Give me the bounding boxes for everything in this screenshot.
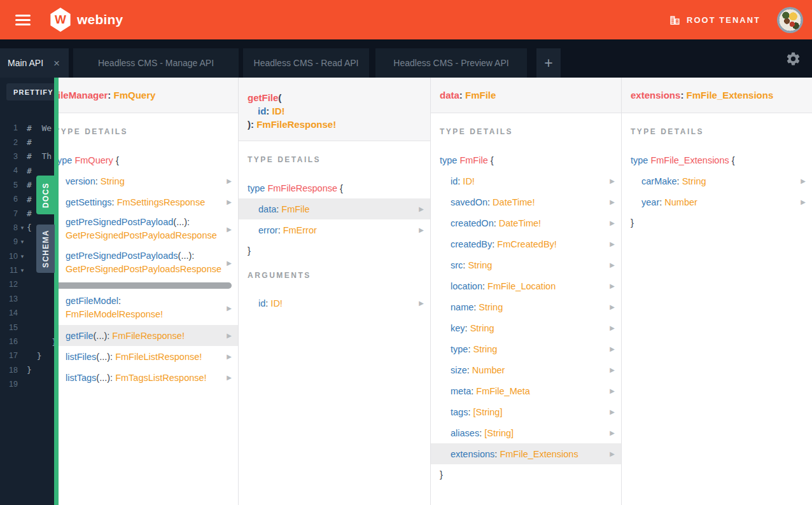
doc-field-text: getFileModel:FmFileModelResponse! — [66, 291, 163, 325]
code-token: { — [340, 183, 343, 193]
doc-field-row[interactable]: getFile(...): FmFileResponse!▶ — [59, 325, 238, 346]
line-number: 9 — [0, 237, 18, 246]
code-token: : — [677, 176, 682, 186]
code-token: createdBy — [451, 239, 492, 249]
line-number: 19 — [0, 380, 18, 389]
prettify-button[interactable]: PRETTIFY — [6, 83, 59, 100]
plus-icon: + — [544, 55, 552, 72]
doc-field-row[interactable]: createdBy: FmCreatedBy!▶ — [431, 233, 621, 254]
code-token: : — [459, 90, 465, 100]
doc-field-row[interactable]: data: FmFile▶ — [239, 198, 430, 219]
code-token: : — [110, 352, 115, 362]
row-expand-icon: ▶ — [221, 374, 232, 381]
code-token: FmFile_Location — [487, 281, 556, 291]
line-number: 16 — [0, 337, 18, 346]
code-token: ( — [278, 92, 281, 103]
code-token: : — [278, 225, 283, 235]
code-token: GetPreSignedPostPayloadResponse — [66, 230, 217, 240]
doc-field-row[interactable]: key: String▶ — [431, 317, 621, 338]
code-token: id — [258, 106, 266, 116]
doc-field-row[interactable]: getPreSignedPostPayload(...):GetPreSigne… — [59, 212, 238, 246]
code-token: : — [112, 197, 117, 207]
tab-main-api[interactable]: Main API× — [0, 48, 69, 78]
doc-field-row[interactable]: version: String▶ — [59, 170, 238, 191]
avatar[interactable] — [777, 7, 803, 33]
line-number: 7 — [0, 209, 18, 218]
line-number: 4 — [0, 166, 18, 175]
doc-field-row[interactable]: type: String▶ — [431, 338, 621, 359]
docs-panel: fileManager: FmQueryTYPE DETAILStype FmQ… — [59, 78, 812, 505]
doc-field-row[interactable]: savedOn: DateTime!▶ — [431, 191, 621, 212]
tab-label: Main API — [8, 58, 43, 68]
doc-title-line: ): FmFileResponse! — [248, 118, 421, 131]
code-token: year — [641, 197, 659, 207]
query-editor[interactable]: PRETTIFY 1# We2#3# Th4#5#6#7#8▾{9▾10▾11▾… — [0, 78, 59, 505]
doc-field-row[interactable]: src: String▶ — [431, 254, 621, 275]
doc-field-row[interactable]: error: FmError▶ — [239, 219, 430, 240]
tab-label: Headless CMS - Manage API — [98, 58, 214, 68]
code-token: listTags — [66, 373, 96, 383]
code-token: data — [258, 204, 276, 214]
doc-field-row[interactable]: listFiles(...): FmFileListResponse!▶ — [59, 346, 238, 367]
line-number: 3 — [0, 152, 18, 161]
doc-field-row[interactable]: aliases: [String]▶ — [431, 422, 621, 443]
tab-headless-cms-manage-api[interactable]: Headless CMS - Manage API — [73, 48, 239, 78]
doc-field-row[interactable]: name: String▶ — [431, 296, 621, 317]
doc-field-row[interactable]: tags: [String]▶ — [431, 401, 621, 422]
doc-field-row[interactable]: location: FmFile_Location▶ — [431, 275, 621, 296]
doc-field-row[interactable]: meta: FmFile_Meta▶ — [431, 380, 621, 401]
code-token: : — [494, 218, 499, 228]
code-token: key — [451, 323, 465, 333]
close-tab-icon[interactable]: × — [52, 57, 61, 70]
fold-arrow-icon[interactable]: ▾ — [18, 225, 27, 231]
doc-field-text: size: Number — [451, 365, 505, 375]
settings-gear-icon[interactable] — [785, 51, 801, 67]
doc-field-line: FmFileModelResponse! — [66, 308, 163, 321]
code-token: ID! — [272, 106, 285, 116]
row-expand-icon: ▶ — [221, 226, 232, 233]
menu-icon[interactable] — [15, 15, 31, 25]
tenant-selector[interactable]: ROOT TENANT — [669, 14, 760, 26]
doc-field-row[interactable]: size: Number▶ — [431, 359, 621, 380]
row-expand-icon: ▶ — [221, 353, 232, 360]
webiny-logo: W webiny — [50, 8, 123, 32]
row-expand-icon: ▶ — [605, 261, 615, 268]
code-token: getFileModel — [66, 296, 118, 306]
editor-code-text: # — [27, 209, 32, 218]
fold-arrow-icon[interactable]: ▾ — [18, 267, 27, 273]
doc-field-row[interactable]: createdOn: DateTime!▶ — [431, 212, 621, 233]
code-token: error — [258, 225, 278, 235]
tab-headless-cms-read-api[interactable]: Headless CMS - Read API — [243, 48, 369, 78]
editor-code-text: # We — [27, 123, 52, 133]
doc-field-row[interactable]: getPreSignedPostPayloads(...):GetPreSign… — [59, 246, 238, 280]
doc-code-line: } — [431, 468, 621, 481]
fold-arrow-icon[interactable]: ▾ — [18, 239, 27, 245]
doc-field-row[interactable]: carMake: String▶ — [622, 170, 812, 191]
row-expand-icon: ▶ — [221, 305, 232, 312]
new-tab-button[interactable]: + — [536, 48, 561, 78]
doc-field-line: getFileModel: — [66, 294, 163, 308]
docs-side-tab[interactable]: DOCS — [36, 176, 55, 214]
doc-field-row[interactable]: id: ID!▶ — [239, 293, 430, 314]
code-token: version — [66, 176, 95, 186]
fold-arrow-icon[interactable]: ▾ — [18, 253, 27, 259]
code-token: : — [266, 106, 272, 116]
doc-field-row[interactable]: getFileModel:FmFileModelResponse!▶ — [59, 291, 238, 325]
doc-field-text: getSettings: FmSettingsResponse — [66, 197, 205, 207]
code-token: FmFileModelResponse! — [66, 309, 163, 319]
doc-field-row[interactable]: year: Number▶ — [622, 191, 812, 212]
doc-field-row[interactable]: listTags(...): FmTagsListResponse!▶ — [59, 367, 238, 388]
schema-side-tab[interactable]: SCHEMA — [36, 225, 55, 273]
doc-field-row[interactable]: id: ID!▶ — [431, 170, 621, 191]
code-token: type — [59, 155, 74, 165]
doc-field-row[interactable]: extensions: FmFile_Extensions▶ — [431, 443, 621, 464]
doc-field-text: aliases: [String] — [451, 428, 514, 438]
horizontal-scrollbar[interactable] — [59, 282, 232, 289]
code-token: name — [451, 302, 473, 312]
row-expand-icon: ▶ — [795, 198, 806, 205]
doc-column-header: fileManager: FmQuery — [59, 78, 238, 113]
code-token: : — [465, 323, 470, 333]
doc-field-row[interactable]: getSettings: FmSettingsResponse▶ — [59, 191, 238, 212]
code-token: FmFileResponse! — [112, 331, 185, 341]
tab-headless-cms-preview-api[interactable]: Headless CMS - Preview API — [375, 48, 527, 78]
